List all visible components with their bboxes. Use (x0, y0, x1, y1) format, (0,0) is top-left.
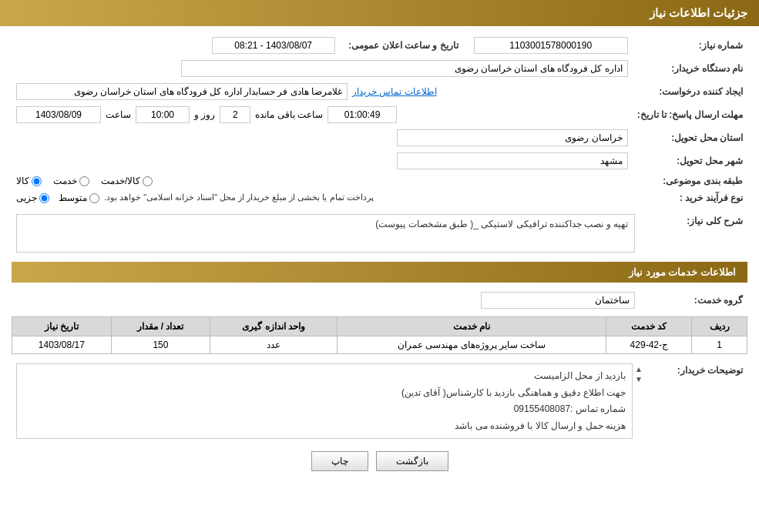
creator-contact-link[interactable]: اطلاعات تماس خریدار (352, 86, 437, 97)
page-header: جزئیات اطلاعات نیاز (0, 0, 759, 26)
scroll-down-icon[interactable]: ▼ (635, 375, 643, 383)
purchase-label-medium: متوسط (59, 192, 87, 203)
need-number-value: 1103001578000190 (474, 37, 628, 54)
category-radio-khedmat[interactable]: خدمت (53, 176, 89, 186)
deadline-days: 2 (220, 106, 250, 123)
col-date: تاریخ نیاز (12, 317, 112, 336)
description-label: شرح کلی نیاز: (640, 211, 747, 256)
col-row: ردیف (692, 317, 747, 336)
category-label: طبقه بندی موضوعی: (633, 172, 747, 189)
table-row: 1 ج-42-429 ساخت سایر پروژه‌های مهندسی عم… (12, 336, 747, 354)
buyer-notes-box: بازدید از محل الزامیست جهت اطلاع دقیق و … (16, 363, 633, 439)
services-header: اطلاعات خدمات مورد نیاز (12, 262, 747, 283)
city-value: مشهد (397, 152, 628, 169)
province-label: استان محل تحویل: (633, 126, 747, 149)
purchase-note: پرداخت تمام یا بخشی از مبلغ خریدار از مح… (104, 192, 374, 202)
pub-value: 1403/08/07 - 08:21 (212, 37, 335, 54)
deadline-label: مهلت ارسال پاسخ: تا تاریخ: (633, 103, 747, 126)
purchase-radio-minor[interactable]: جزیی (16, 192, 49, 203)
services-table: ردیف کد خدمت نام خدمت واحد اندازه گیری ت… (12, 316, 747, 354)
col-code: کد خدمت (606, 317, 692, 336)
org-label: نام دستگاه خریدار: (633, 57, 747, 80)
deadline-remaining-label: ساعت باقی مانده (255, 109, 323, 120)
cat-label-2: خدمت (53, 176, 77, 186)
deadline-remaining: 01:00:49 (327, 106, 397, 123)
page-title: جزئیات اطلاعات نیاز (650, 6, 747, 19)
province-value: خراسان رضوی (397, 129, 628, 146)
scroll-up-icon[interactable]: ▲ (635, 365, 643, 373)
cell-unit: عدد (210, 336, 338, 354)
deadline-time: 10:00 (136, 106, 190, 123)
cat-label-1: کالا (16, 176, 29, 186)
service-group-label: گروه خدمت: (640, 289, 747, 312)
category-radio-kala[interactable]: کالا (16, 176, 42, 186)
purchase-radio-medium[interactable]: متوسط (59, 192, 99, 203)
deadline-date: 1403/08/09 (16, 106, 101, 123)
button-row: بازگشت چاپ (12, 451, 747, 471)
category-radio-kala-khedmat[interactable]: کالا/خدمت (101, 176, 153, 186)
cell-code: ج-42-429 (606, 336, 692, 354)
print-button[interactable]: چاپ (311, 451, 368, 471)
cell-qty: 150 (111, 336, 210, 354)
buyer-notes-label: توضیحات خریدار: (647, 360, 747, 442)
pub-label: تاریخ و ساعت اعلان عمومی: (340, 34, 463, 57)
purchase-label: نوع فرآیند خرید : (633, 189, 747, 206)
cell-date: 1403/08/17 (12, 336, 112, 354)
cell-row: 1 (692, 336, 747, 354)
creator-value: غلامرضا هادی فر حسابدار اداره کل فرودگاه… (16, 83, 348, 100)
city-label: شهر محل تحویل: (633, 149, 747, 172)
back-button[interactable]: بازگشت (376, 451, 448, 471)
col-name: نام خدمت (337, 317, 606, 336)
description-value: تهیه و نصب جداکننده ترافیکی لاستیکی _( ط… (16, 214, 635, 253)
col-unit: واحد اندازه گیری (210, 317, 338, 336)
cell-name: ساخت سایر پروژه‌های مهندسی عمران (337, 336, 606, 354)
service-group-value: ساختمان (481, 292, 635, 309)
org-value: اداره کل فرودگاه های استان خراسان رضوی (181, 60, 628, 77)
cat-label-3: کالا/خدمت (101, 176, 140, 186)
col-qty: تعداد / مقدار (111, 317, 210, 336)
purchase-label-minor: جزیی (16, 192, 37, 203)
need-number-label: شماره نیاز: (633, 34, 747, 57)
deadline-time-label: ساعت (106, 109, 131, 120)
deadline-days-label: روز و (194, 109, 215, 120)
creator-label: ایجاد کننده درخواست: (633, 80, 747, 103)
